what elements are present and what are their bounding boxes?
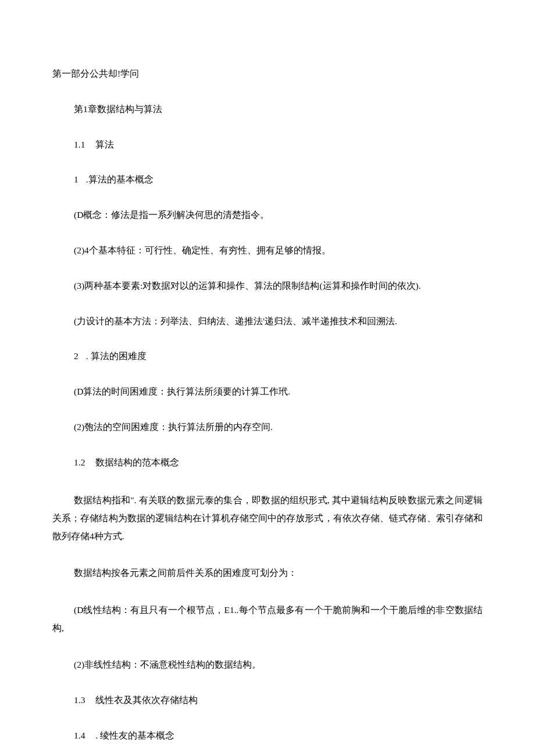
- section-number: 1.4: [74, 729, 85, 743]
- paragraph: (D概念：修法是指一系列解决何思的清楚指令。: [74, 208, 483, 223]
- section-title: 线性衣及其依次存储结构: [95, 695, 198, 705]
- part-title: 第一部分公共却!学问: [52, 67, 483, 81]
- paragraph: (2)非线性结构：不涵意税性结构的数据结构。: [74, 658, 483, 672]
- paragraph: (力设计的基本方法：列举法、归纳法、递推法'递归法、减半递推技术和回溯法.: [74, 314, 483, 329]
- subheading-2: 2. 算法的困难度: [74, 349, 483, 364]
- section-title: . 绫性友的基本概念: [95, 730, 174, 740]
- paragraph-block: (D线性结构：有且只有一个根节点，E1..每个节点最多有一个干脆前胸和一个干脆后…: [52, 601, 483, 637]
- paragraph: 数据结构按各元素之间前后件关系的困难度可划分为：: [74, 566, 483, 581]
- chapter-title: 第1章数据结构与算法: [74, 102, 483, 117]
- section-number: 1.2: [74, 456, 85, 470]
- section-title: 算法: [95, 139, 114, 149]
- paragraph: (2)4个基本特征：可行性、确定性、有穷性、拥有足够的情报。: [74, 243, 483, 258]
- paragraph: (3)两种基本要素:对数据对以的运算和操作、算法的限制结构(运算和操作时间的依次…: [74, 279, 483, 293]
- subheading-1: 1.算法的基本概念: [74, 173, 483, 187]
- sub-number: 1: [74, 173, 79, 187]
- section-1-2: 1.2数据结构的范本概念: [74, 456, 483, 470]
- sub-title: .算法的基本概念: [86, 174, 154, 184]
- paragraph: (D算法的时间困难度：执行算法所须要的计算工作玳.: [74, 385, 483, 399]
- section-title: 数据结构的范本概念: [95, 457, 179, 467]
- section-number: 1.1: [74, 138, 85, 152]
- paragraph-block: 数据结构指和". 有关联的数据元泰的集合，即数据的组织形式, 其中避辑结构反映数…: [52, 491, 483, 545]
- section-1-1: 1.1算法: [74, 138, 483, 152]
- section-number: 1.3: [74, 693, 85, 708]
- section-1-3: 1.3线性衣及其依次存储结构: [74, 693, 483, 708]
- section-1-4: 1.4. 绫性友的基本概念: [74, 729, 483, 743]
- paragraph: (2)匏法的空间困难度：执行算法所册的内存空间.: [74, 420, 483, 435]
- sub-title: . 算法的困难度: [86, 351, 147, 361]
- sub-number: 2: [74, 349, 79, 364]
